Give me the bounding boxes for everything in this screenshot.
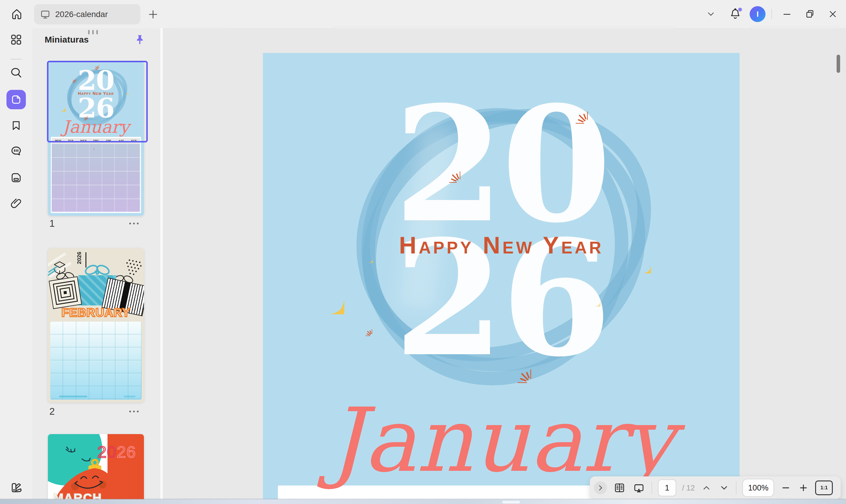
starburst-decoration [358,322,372,336]
feb-month-label: FEBRUARY [48,306,144,320]
grid-icon [10,33,23,47]
mini-day-header: MONTUE WEDTHU FRISAT SUN [52,138,140,144]
presentation-mode-button[interactable] [632,481,646,494]
sidebar-item-search[interactable] [8,65,24,81]
page-1-number: 1 [49,218,55,229]
mini-calendar-card: MONTUE WEDTHU FRISAT SUN 1 [51,137,141,213]
starburst-decoration [503,355,531,383]
close-icon [828,9,838,19]
app-window: 2026-calendar I Ferramentas [0,0,846,504]
sidebar-item-thumbnails[interactable] [6,90,26,109]
sidebar-item-bookmarks[interactable] [8,118,24,134]
sparkle-decoration [633,256,651,273]
monitor-icon [40,9,51,20]
tab-title: 2026-calendar [55,10,108,19]
plus-icon [147,8,159,20]
document-tab[interactable]: 2026-calendar [34,4,140,24]
feb-calendar-card [50,322,142,400]
maximize-button[interactable] [804,7,816,21]
minimize-button[interactable] [780,7,793,21]
thumbnail-page-1-preview: 20 26 Happy New Year January MONTUE WEDT… [48,62,144,216]
taskbar-handle [502,501,520,503]
page-layout-button[interactable] [613,481,626,494]
sidebar-item-comments[interactable] [8,143,24,160]
actual-size-label: 1:1 [821,485,828,491]
document-viewport[interactable]: 20 26 Happy New Year January MONTUE WEDT… [163,28,846,499]
next-page-button[interactable] [718,482,730,494]
sidebar-divider [10,59,22,60]
navigation-bar: 1 / 12 100% 1:1 [590,476,841,499]
page-number-value: 1 [665,483,669,492]
speech-bubble-icon [10,144,23,158]
starburst-decoration [437,159,460,183]
panel-drag-handle[interactable] [88,30,98,34]
mini-first-date: 1 [93,147,95,151]
search-icon [10,66,23,79]
pin-panel-button[interactable] [132,32,147,48]
avatar[interactable]: I [750,6,766,22]
taskbar-peek-strip [0,499,846,504]
titlebar-collapse-button[interactable] [704,7,717,21]
close-button[interactable] [826,7,839,21]
thumbnails-panel: Miniaturas 20 26 Happy New Year [32,28,160,499]
zoom-level-value: 100% [748,483,769,492]
zoom-out-button[interactable] [780,482,792,494]
minimize-icon [782,9,792,19]
thumbnail-page-3[interactable]: 20 26 MARCH [48,434,144,499]
notifications-button[interactable] [728,7,743,21]
sidebar-item-attachments[interactable] [8,195,24,212]
mar-month-label: MARCH [53,491,102,499]
restore-icon [805,9,815,19]
mini-month: January [48,117,144,137]
mar-ornament [48,434,144,499]
page-1-more-button[interactable] [129,223,139,224]
sidebar-item-fields[interactable] [8,169,24,186]
chevron-down-icon [706,9,716,19]
page-2-number: 2 [49,406,55,417]
document-page-1[interactable]: 20 26 Happy New Year January MONTUE WEDT… [263,53,740,499]
bar-divider [736,481,736,494]
bookmark-icon [10,119,23,132]
two-page-view-icon [613,482,626,494]
new-tab-button[interactable] [146,7,160,21]
home-button[interactable] [9,6,25,22]
form-page-icon [10,171,23,184]
vertical-scrollbar[interactable] [836,55,840,73]
titlebar-divider [771,9,772,19]
page-total-label: / 12 [682,483,695,492]
avatar-initial: I [756,10,758,19]
thumbnail-page-1[interactable]: 20 26 Happy New Year January MONTUE WEDT… [48,62,144,216]
actual-size-button[interactable]: 1:1 [815,481,833,495]
sidebar-item-swatches[interactable] [8,479,24,496]
notification-badge [738,7,742,12]
page-number-input[interactable]: 1 [658,479,676,497]
zoom-in-button[interactable] [797,482,809,494]
collapse-bar-button[interactable] [594,481,607,494]
sparkle-decoration [363,253,373,263]
feb-gift-left [49,276,82,309]
page-icon [10,94,22,105]
pin-icon [133,34,146,47]
thumbnail-page-2[interactable]: 2026 [48,248,144,402]
mini-calendar-grid: 1 [52,144,140,212]
swatches-icon [10,481,23,494]
attachment-icon [10,197,23,210]
panel-title: Miniaturas [44,35,89,44]
zoom-level-control[interactable]: 100% [742,479,774,497]
sparkle-decoration [588,294,600,307]
presenter-icon [633,482,645,494]
bar-divider [651,481,652,494]
greeting-text: Happy New Year [263,231,740,259]
page-2-more-button[interactable] [129,411,139,412]
sidebar-item-apps[interactable] [8,32,24,48]
starburst-decoration [562,98,588,124]
mini-year-top: 20 [48,67,144,94]
previous-page-button[interactable] [701,482,712,494]
sparkle-decoration [311,281,344,314]
mini-greeting: Happy New Year [48,91,144,96]
home-icon [10,7,23,21]
panel-resize-divider[interactable] [160,28,163,499]
